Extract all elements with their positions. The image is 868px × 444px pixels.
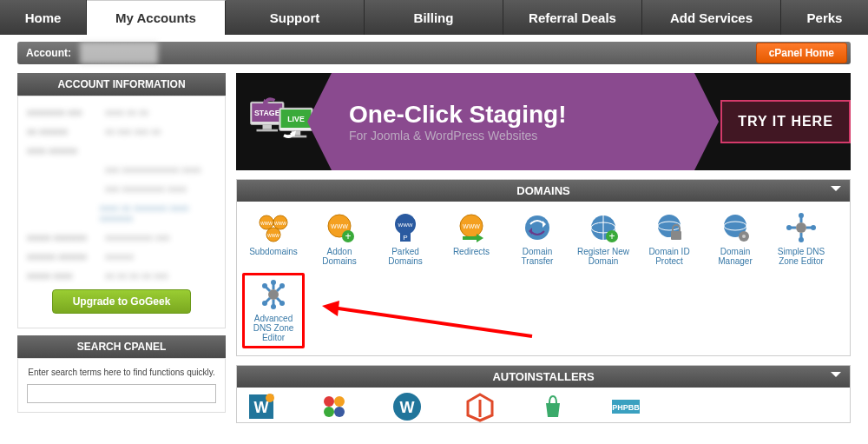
svg-text:WWW: WWW <box>274 221 286 226</box>
account-info-header: ACCOUNT INFORMATION <box>17 73 226 96</box>
wordpress-icon[interactable]: W <box>246 391 277 422</box>
prestashop-icon[interactable] <box>537 391 569 422</box>
svg-text:W: W <box>400 399 415 416</box>
chevron-down-icon <box>831 372 841 377</box>
svg-text:WWW: WWW <box>463 223 480 229</box>
svg-marker-28 <box>477 234 483 242</box>
svg-point-65 <box>271 304 276 309</box>
search-cpanel-header: SEARCH CPANEL <box>17 335 226 358</box>
svg-text:PHPBB: PHPBB <box>612 403 640 412</box>
svg-point-49 <box>799 213 804 218</box>
chevron-down-icon <box>831 186 841 191</box>
svg-text:LIVE: LIVE <box>287 115 305 123</box>
globe-plus-icon: WWW+ <box>322 212 357 243</box>
tab-my-accounts[interactable]: My Accounts <box>87 0 226 35</box>
tile-domain-manager[interactable]: Domain Manager <box>704 209 766 269</box>
svg-rect-4 <box>257 129 279 132</box>
globe-www-icon: WWWWWWWWW <box>256 212 291 243</box>
svg-point-64 <box>271 280 276 285</box>
tile-domain-id-protect[interactable]: Domain ID Protect <box>638 209 700 269</box>
tile-addon-domains[interactable]: WWW+ Addon Domains <box>308 209 371 269</box>
tile-parked-domains[interactable]: WWWP Parked Domains <box>374 209 437 269</box>
upgrade-gogeek-button[interactable]: Upgrade to GoGeek <box>52 289 191 314</box>
globe-parking-icon: WWWP <box>388 212 423 243</box>
autoinstallers-header[interactable]: AUTOINSTALLERS <box>237 366 850 388</box>
svg-point-50 <box>799 237 804 242</box>
joomla-icon[interactable] <box>319 391 350 422</box>
svg-text:WWW: WWW <box>331 223 348 229</box>
globe-register-icon: + <box>586 212 621 243</box>
svg-point-43 <box>742 235 746 238</box>
svg-text:P: P <box>403 234 407 242</box>
svg-text:+: + <box>345 230 351 242</box>
banner-title: One-Click Staging! <box>349 101 694 129</box>
svg-point-74 <box>334 407 345 417</box>
tile-register-domain[interactable]: + Register New Domain <box>572 209 635 269</box>
banner-subtitle: For Joomla & WordPress Websites <box>349 129 694 142</box>
svg-point-62 <box>262 301 267 306</box>
svg-rect-39 <box>671 231 681 240</box>
phpbb-icon[interactable]: PHPBB <box>610 391 641 422</box>
tile-redirects[interactable]: WWW Redirects <box>440 209 503 269</box>
svg-text:WWW: WWW <box>260 221 273 226</box>
domains-section: DOMAINS WWWWWWWWW Subdomains WWW+ Addon … <box>236 179 851 356</box>
svg-point-44 <box>796 222 806 233</box>
svg-point-71 <box>324 396 334 407</box>
account-bar: Account: cPanel Home <box>17 42 851 64</box>
dns-simple-icon <box>784 212 819 243</box>
main-nav: Home My Accounts Support Billing Referra… <box>0 0 868 35</box>
globe-arrow-icon: WWW <box>454 212 489 243</box>
autoinstallers-section: AUTOINSTALLERS W W PHPBB <box>236 365 851 423</box>
try-it-here-button[interactable]: TRY IT HERE <box>720 100 851 143</box>
account-info-panel: xxxxxxxx xxxxxxx xx xx xx xxxxxxxx xxx x… <box>17 96 226 328</box>
globe-transfer-icon <box>520 212 555 243</box>
svg-text:W: W <box>254 399 269 416</box>
tab-perks[interactable]: Perks <box>781 0 868 35</box>
tab-add-services[interactable]: Add Services <box>642 0 781 35</box>
wordpress-alt-icon[interactable]: W <box>391 391 423 422</box>
account-value <box>80 42 158 64</box>
globe-gear-icon <box>718 212 753 243</box>
svg-text:WWW: WWW <box>267 233 279 238</box>
tile-subdomains[interactable]: WWWWWWWWW Subdomains <box>242 209 305 269</box>
svg-point-52 <box>811 225 816 230</box>
tile-simple-dns[interactable]: Simple DNS Zone Editor <box>770 209 832 269</box>
tile-advanced-dns[interactable]: Advanced DNS Zone Editor <box>242 273 305 348</box>
tab-billing[interactable]: Billing <box>365 0 503 35</box>
globe-lock-icon <box>652 212 687 243</box>
svg-point-60 <box>262 283 267 288</box>
svg-point-70 <box>266 394 274 402</box>
tab-home[interactable]: Home <box>0 0 87 35</box>
account-label: Account: <box>17 47 80 59</box>
dns-advanced-icon <box>256 279 291 310</box>
svg-text:+: + <box>608 230 615 242</box>
svg-point-61 <box>279 283 285 288</box>
cpanel-home-button[interactable]: cPanel Home <box>756 43 847 63</box>
staging-banner: STAGE LIVE One-Click Staging! For Joomla… <box>236 73 851 170</box>
svg-text:STAGE: STAGE <box>254 109 280 117</box>
svg-text:WWW: WWW <box>398 222 413 228</box>
svg-point-63 <box>279 301 285 306</box>
tile-domain-transfer[interactable]: Domain Transfer <box>506 209 569 269</box>
search-hint: Enter search terms here to find function… <box>27 368 216 377</box>
tab-support[interactable]: Support <box>226 0 365 35</box>
domains-header[interactable]: DOMAINS <box>237 180 850 202</box>
svg-point-73 <box>324 407 334 417</box>
svg-point-29 <box>525 215 549 240</box>
svg-point-72 <box>334 396 345 407</box>
magento-icon[interactable] <box>464 391 496 422</box>
svg-rect-3 <box>263 125 273 129</box>
tab-referral-deals[interactable]: Referral Deals <box>503 0 642 35</box>
search-input[interactable] <box>27 384 216 403</box>
svg-point-51 <box>786 225 792 230</box>
